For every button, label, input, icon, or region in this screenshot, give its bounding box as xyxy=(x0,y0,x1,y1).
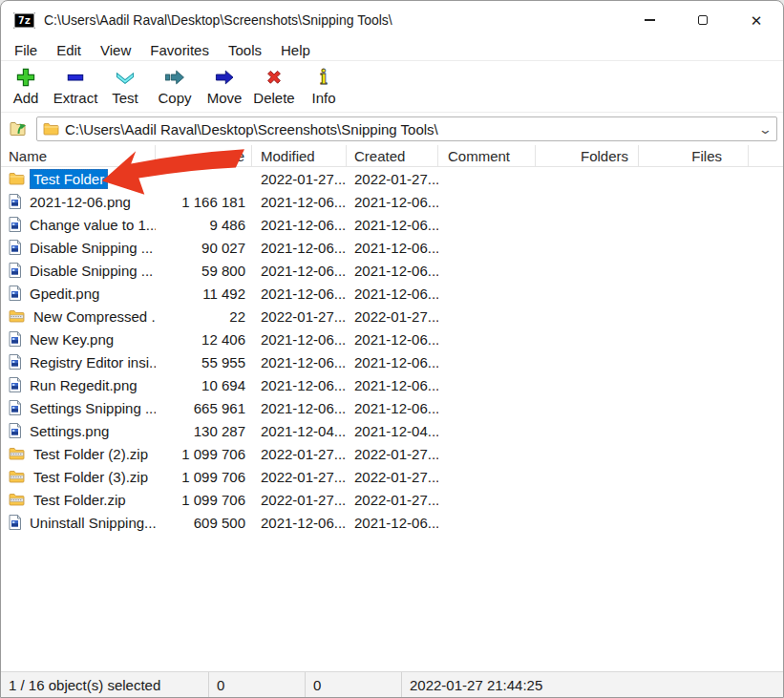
file-created: 2021-12-06... xyxy=(347,377,438,393)
file-name[interactable]: Settings.png xyxy=(26,421,113,441)
file-size: 59 800 xyxy=(156,263,252,279)
zip-icon xyxy=(9,309,25,323)
maximize-button[interactable] xyxy=(676,1,730,39)
file-name[interactable]: Uninstall Snipping... xyxy=(26,513,156,533)
copy-arrow-icon xyxy=(162,66,187,89)
file-name[interactable]: Test Folder.zip xyxy=(30,490,130,510)
column-headers: Name Size Modified Created Comment Folde… xyxy=(1,145,783,167)
table-row[interactable]: Settings Snipping ... 665 961 2021-12-06… xyxy=(1,396,783,419)
delete-button[interactable]: Delete xyxy=(249,66,299,106)
column-header-folders[interactable]: Folders xyxy=(536,145,639,166)
file-created: 2022-01-27... xyxy=(347,171,438,187)
table-row[interactable]: Run Regedit.png 10 694 2021-12-06... 202… xyxy=(1,373,783,396)
file-size: 10 694 xyxy=(156,377,252,393)
table-row[interactable]: Gpedit.png 11 492 2021-12-06... 2021-12-… xyxy=(1,282,783,305)
image-file-icon xyxy=(9,331,21,347)
table-row[interactable]: Settings.png 130 287 2021-12-04... 2021-… xyxy=(1,419,783,442)
file-size: 22 xyxy=(156,308,252,325)
status-selection: 1 / 16 object(s) selected xyxy=(1,672,209,697)
extract-minus-icon xyxy=(63,66,88,89)
file-size: 1 166 181 xyxy=(156,194,252,210)
table-row[interactable]: Test Folder.zip 1 099 706 2022-01-27... … xyxy=(1,488,783,511)
menu-item-edit[interactable]: Edit xyxy=(47,42,91,58)
test-check-icon xyxy=(113,66,138,89)
menu-item-tools[interactable]: Tools xyxy=(219,42,271,58)
file-created: 2021-12-06... xyxy=(347,400,438,416)
info-button[interactable]: i Info xyxy=(299,66,349,106)
column-header-name[interactable]: Name xyxy=(1,145,156,166)
extract-button[interactable]: Extract xyxy=(51,66,100,106)
file-name[interactable]: Gpedit.png xyxy=(26,284,103,304)
table-row[interactable]: New Compressed ... 22 2022-01-27... 2022… xyxy=(1,305,783,328)
folder-icon xyxy=(9,172,25,185)
image-file-icon xyxy=(9,400,21,415)
file-name[interactable]: Change value to 1.... xyxy=(26,215,156,235)
move-button[interactable]: Move xyxy=(200,66,249,106)
table-row[interactable]: Change value to 1.... 9 486 2021-12-06..… xyxy=(1,213,783,236)
table-row[interactable]: Test Folder 2022-01-27... 2022-01-27... xyxy=(1,167,783,190)
table-row[interactable]: Test Folder (2).zip 1 099 706 2022-01-27… xyxy=(1,442,783,465)
folder-icon xyxy=(43,122,59,136)
file-name[interactable]: Test Folder (3).zip xyxy=(30,467,152,487)
file-name[interactable]: Run Regedit.png xyxy=(26,375,141,395)
status-value-3: 0 xyxy=(306,672,402,697)
file-modified: 2021-12-06... xyxy=(252,194,347,210)
file-size: 55 955 xyxy=(156,354,252,370)
file-name[interactable]: New Compressed ... xyxy=(30,307,156,327)
menu-item-view[interactable]: View xyxy=(91,42,140,58)
window-title: C:\Users\Aadil Raval\Desktop\Screenshots… xyxy=(44,12,392,28)
file-name[interactable]: New Key.png xyxy=(26,329,117,349)
table-row[interactable]: 2021-12-06.png 1 166 181 2021-12-06... 2… xyxy=(1,190,783,213)
delete-x-icon xyxy=(262,66,286,89)
menu-item-help[interactable]: Help xyxy=(271,42,320,58)
test-button[interactable]: Test xyxy=(100,66,150,106)
table-row[interactable]: Registry Editor insi... 55 955 2021-12-0… xyxy=(1,350,783,373)
file-name[interactable]: Test Folder xyxy=(30,169,108,189)
file-name[interactable]: Test Folder (2).zip xyxy=(30,444,152,464)
file-modified: 2022-01-27... xyxy=(252,171,347,187)
address-combobox[interactable]: C:\Users\Aadil Raval\Desktop\Screenshots… xyxy=(36,116,777,141)
file-size: 1 099 706 xyxy=(156,492,252,508)
table-row[interactable]: Disable Snipping ... 59 800 2021-12-06..… xyxy=(1,259,783,282)
chevron-down-icon[interactable]: ⌄ xyxy=(758,122,773,137)
title-bar: 7z C:\Users\Aadil Raval\Desktop\Screensh… xyxy=(1,1,783,39)
column-header-modified[interactable]: Modified xyxy=(252,145,347,166)
image-file-icon xyxy=(9,240,21,255)
table-row[interactable]: Test Folder (3).zip 1 099 706 2022-01-27… xyxy=(1,465,783,488)
file-name[interactable]: Disable Snipping ... xyxy=(26,261,156,281)
column-header-files[interactable]: Files xyxy=(639,145,749,166)
copy-button[interactable]: Copy xyxy=(150,66,200,106)
table-row[interactable]: New Key.png 12 406 2021-12-06... 2021-12… xyxy=(1,328,783,350)
file-name[interactable]: 2021-12-06.png xyxy=(26,192,135,212)
file-rows: Test Folder 2022-01-27... 2022-01-27... … xyxy=(1,167,783,534)
close-button[interactable]: ✕ xyxy=(730,1,783,39)
file-size: 1 099 706 xyxy=(156,469,252,485)
add-button[interactable]: Add xyxy=(1,66,51,106)
parent-folder-button[interactable] xyxy=(5,116,32,141)
file-created: 2021-12-06... xyxy=(347,515,438,531)
table-row[interactable]: Disable Snipping ... 90 027 2021-12-06..… xyxy=(1,236,783,259)
menu-item-favorites[interactable]: Favorites xyxy=(140,42,219,58)
zip-icon xyxy=(9,493,25,506)
file-name[interactable]: Settings Snipping ... xyxy=(26,398,156,418)
file-created: 2022-01-27... xyxy=(347,469,438,485)
column-header-created[interactable]: Created xyxy=(347,145,438,166)
file-modified: 2021-12-06... xyxy=(252,263,347,279)
file-list-panel: Name Size Modified Created Comment Folde… xyxy=(1,145,783,671)
file-name[interactable]: Disable Snipping ... xyxy=(26,238,156,258)
menu-item-file[interactable]: File xyxy=(5,42,47,58)
column-header-comment[interactable]: Comment xyxy=(438,145,536,166)
file-size: 90 027 xyxy=(156,240,252,256)
menu-bar: File Edit View Favorites Tools Help xyxy=(1,39,783,61)
minimize-button[interactable] xyxy=(623,1,676,39)
svg-text:i: i xyxy=(320,66,328,89)
table-row[interactable]: Uninstall Snipping... 609 500 2021-12-06… xyxy=(1,511,783,534)
file-name[interactable]: Registry Editor insi... xyxy=(26,352,156,372)
file-modified: 2022-01-27... xyxy=(252,469,347,485)
move-arrow-icon xyxy=(212,66,237,89)
file-created: 2021-12-06... xyxy=(347,331,438,348)
7zip-file-manager-window: 7z C:\Users\Aadil Raval\Desktop\Screensh… xyxy=(0,0,784,698)
column-header-size[interactable]: Size xyxy=(156,145,252,166)
address-path[interactable]: C:\Users\Aadil Raval\Desktop\Screenshots… xyxy=(65,121,754,137)
file-modified: 2021-12-06... xyxy=(252,515,347,531)
